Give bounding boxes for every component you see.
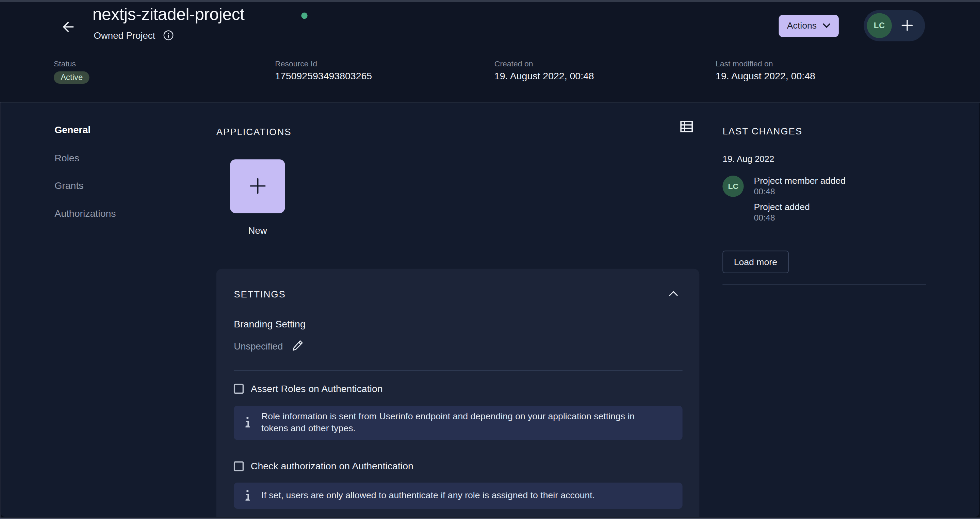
change-event-time: 00:48 [754, 187, 775, 196]
status-badge: Active [54, 71, 89, 83]
check-authorization-label: Check authorization on Authentication [251, 460, 414, 472]
change-event-title: Project member added [754, 176, 845, 185]
project-header: nextjs-zitadel-project Owned Project Sta… [0, 2, 980, 102]
table-view-toggle[interactable] [678, 118, 695, 135]
check-authorization-checkbox[interactable] [234, 461, 243, 471]
resource-id-label: Resource Id [275, 59, 372, 68]
applications-section-title: APPLICATIONS [216, 126, 292, 137]
created-on-field: Created on 19. August 2022, 00:48 [495, 59, 594, 82]
chevron-down-icon [822, 23, 830, 28]
check-authorization-toggle[interactable]: Check authorization on Authentication [234, 460, 414, 472]
resource-id-value: 175092593493803265 [275, 70, 372, 82]
info-icon [234, 417, 261, 429]
created-on-label: Created on [495, 59, 594, 68]
assert-roles-toggle[interactable]: Assert Roles on Authentication [234, 383, 382, 394]
settings-divider [234, 370, 682, 371]
sidebar-item-roles[interactable]: Roles [54, 153, 79, 164]
check-authorization-info-box: If set, users are only allowed to authen… [234, 482, 682, 508]
plus-icon [249, 178, 266, 195]
load-more-button[interactable]: Load more [723, 250, 788, 273]
sidebar-item-grants[interactable]: Grants [54, 180, 83, 191]
check-authorization-info-text: If set, users are only allowed to authen… [261, 490, 632, 501]
new-application-label: New [230, 225, 285, 236]
last-modified-field: Last modified on 19. August 2022, 00:48 [716, 59, 815, 82]
last-modified-label: Last modified on [716, 59, 815, 68]
status-label: Status [54, 59, 89, 68]
info-icon [234, 489, 261, 502]
zitadel-project-page: nextjs-zitadel-project Owned Project Sta… [0, 0, 980, 519]
user-avatar[interactable]: LC [867, 13, 892, 38]
page-title: nextjs-zitadel-project [92, 5, 245, 24]
active-status-dot [301, 12, 307, 18]
pencil-icon [291, 339, 305, 353]
project-content: General Roles Grants Authorizations APPL… [1, 102, 979, 517]
settings-section-title: SETTINGS [234, 288, 285, 299]
created-on-value: 19. August 2022, 00:48 [495, 70, 594, 82]
sidebar-item-authorizations[interactable]: Authorizations [54, 208, 116, 219]
actions-button[interactable]: Actions [779, 14, 839, 37]
plus-icon [901, 19, 913, 31]
edit-branding-button[interactable] [291, 339, 305, 353]
info-icon[interactable] [163, 30, 173, 40]
last-changes-section-title: LAST CHANGES [723, 126, 802, 136]
changes-divider [723, 284, 927, 285]
change-event-title: Project added [754, 202, 810, 212]
assert-roles-info-text: Role information is sent from Userinfo e… [261, 411, 682, 435]
actions-button-label: Actions [787, 21, 817, 30]
assert-roles-label: Assert Roles on Authentication [251, 383, 383, 394]
branding-setting-title: Branding Setting [234, 318, 305, 330]
collapse-settings-button[interactable] [666, 287, 680, 300]
chevron-up-icon [669, 291, 678, 296]
org-switcher[interactable]: LC [864, 10, 925, 41]
last-modified-value: 19. August 2022, 00:48 [716, 70, 815, 82]
table-view-icon [680, 121, 693, 133]
resource-id-field: Resource Id 175092593493803265 [275, 59, 372, 82]
settings-card: SETTINGS Branding Setting Unspecified As… [216, 269, 700, 517]
new-application-card[interactable] [230, 159, 285, 213]
assert-roles-info-box: Role information is sent from Userinfo e… [234, 405, 682, 440]
assert-roles-checkbox[interactable] [234, 384, 243, 393]
project-type-label: Owned Project [94, 30, 156, 40]
change-author-avatar: LC [723, 176, 744, 197]
changes-date: 19. Aug 2022 [723, 153, 775, 163]
arrow-left-icon [61, 20, 75, 33]
sidebar-item-general[interactable]: General [54, 124, 91, 135]
back-button[interactable] [59, 18, 76, 35]
add-org-button[interactable] [892, 19, 922, 31]
branding-setting-value: Unspecified [234, 340, 283, 351]
window-bottom-edge [0, 517, 980, 519]
change-event-time: 00:48 [754, 213, 775, 223]
branding-setting-row: Unspecified [234, 339, 305, 353]
status-field: Status Active [54, 59, 89, 84]
